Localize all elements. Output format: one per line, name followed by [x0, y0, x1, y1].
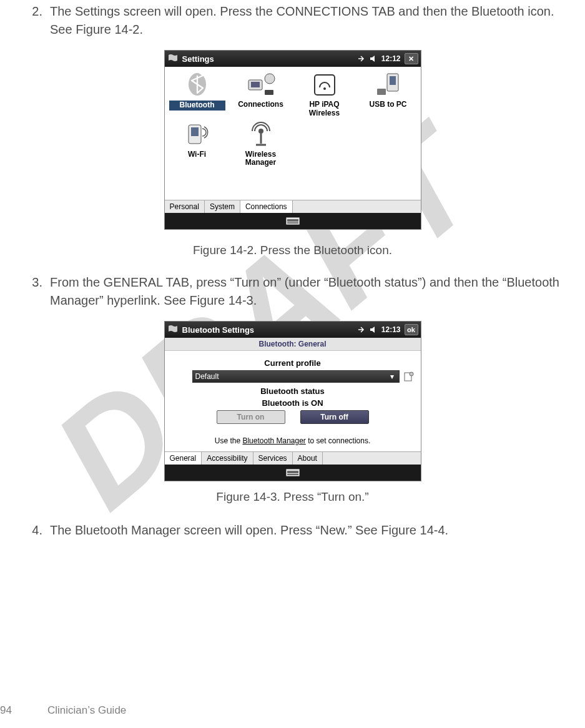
tab-accessibility[interactable]: Accessibility	[202, 452, 253, 465]
tab-services[interactable]: Services	[253, 452, 293, 465]
step-number: 3.	[25, 273, 42, 310]
profile-value: Default	[195, 372, 219, 381]
app-wifi[interactable]: Wi-Fi	[169, 121, 225, 168]
close-button[interactable]: ✕	[405, 53, 418, 64]
bluetooth-status-value: Bluetooth is ON	[171, 398, 415, 408]
volume-icon	[369, 54, 378, 63]
page-footer: 94 Clinician’s Guide	[0, 704, 126, 717]
sync-icon	[356, 325, 365, 334]
tab-about[interactable]: About	[293, 452, 323, 465]
window-title: Settings	[182, 54, 214, 64]
antenna-icon	[247, 121, 275, 147]
settings-window: Settings 12:12 ✕	[164, 50, 421, 230]
volume-icon	[369, 325, 378, 334]
tab-system[interactable]: System	[205, 200, 240, 213]
chevron-down-icon: ▾	[388, 372, 396, 381]
app-ipaq-wireless[interactable]: HP iPAQ Wireless	[297, 71, 353, 118]
figure-caption-14-3: Figure 14-3. Press “Turn on.”	[25, 490, 560, 504]
step-number: 4.	[25, 521, 42, 539]
svg-rect-5	[265, 90, 273, 95]
svg-rect-3	[251, 82, 260, 87]
keyboard-icon[interactable]	[286, 217, 300, 225]
start-flag-icon	[167, 324, 179, 335]
bluetooth-settings-window: Bluetooth Settings 12:13 ok Bluetooth: G…	[164, 321, 421, 481]
svg-rect-10	[377, 89, 386, 95]
svg-point-15	[410, 372, 413, 376]
titlebar: Bluetooth Settings 12:13 ok	[165, 322, 421, 338]
step-number: 2.	[25, 2, 42, 39]
figure-14-3: Bluetooth Settings 12:13 ok Bluetooth: G…	[25, 321, 560, 504]
clock: 12:12	[381, 54, 401, 63]
bluetooth-status-label: Bluetooth status	[171, 386, 415, 396]
profile-dropdown[interactable]: Default ▾	[192, 370, 400, 383]
app-bluetooth[interactable]: Bluetooth	[169, 71, 225, 118]
step-text: From the GENERAL TAB, press “Turn on” (u…	[50, 273, 560, 310]
wireless-box-icon	[311, 71, 338, 97]
step-4: 4. The Bluetooth Manager screen will ope…	[25, 521, 560, 539]
turn-off-button[interactable]: Turn off	[300, 410, 369, 424]
app-wireless-manager[interactable]: Wireless Manager	[233, 121, 289, 168]
connections-icon	[246, 71, 276, 97]
profile-edit-icon[interactable]	[403, 371, 415, 382]
figure-14-2: Settings 12:12 ✕	[25, 50, 560, 257]
svg-point-4	[265, 74, 275, 84]
sync-icon	[356, 54, 365, 63]
figure-caption-14-2: Figure 14-2. Press the Bluetooth icon.	[25, 243, 560, 257]
footer-title: Clinician’s Guide	[47, 704, 126, 717]
panel-header: Bluetooth: General	[165, 338, 421, 351]
current-profile-label: Current profile	[171, 358, 415, 368]
step-2: 2. The Settings screen will open. Press …	[25, 2, 560, 39]
page-number: 94	[0, 704, 22, 717]
tab-personal[interactable]: Personal	[165, 200, 205, 213]
soft-keyboard-bar	[165, 465, 421, 481]
app-connections[interactable]: Connections	[233, 71, 289, 118]
step-text: The Bluetooth Manager screen will open. …	[50, 521, 448, 539]
keyboard-icon[interactable]	[286, 469, 300, 476]
ok-button[interactable]: ok	[405, 324, 418, 335]
wifi-device-icon	[184, 121, 211, 147]
bt-tabs: General Accessibility Services About	[165, 451, 421, 465]
usb-pc-icon	[375, 71, 402, 97]
svg-point-13	[258, 129, 263, 134]
titlebar: Settings 12:12 ✕	[165, 51, 421, 67]
svg-rect-12	[191, 127, 199, 136]
soft-keyboard-bar	[165, 213, 421, 229]
bluetooth-manager-link[interactable]: Bluetooth Manager	[242, 436, 305, 445]
app-usb-to-pc[interactable]: USB to PC	[360, 71, 416, 118]
svg-rect-9	[390, 76, 396, 85]
svg-point-7	[323, 87, 326, 90]
bluetooth-icon	[185, 72, 210, 97]
manager-hint: Use the Bluetooth Manager to set connect…	[165, 431, 421, 451]
step-text: The Settings screen will open. Press the…	[50, 2, 560, 39]
svg-rect-6	[315, 75, 335, 95]
clock: 12:13	[381, 325, 401, 334]
tab-general[interactable]: General	[165, 452, 202, 465]
turn-on-button[interactable]: Turn on	[217, 410, 285, 424]
tab-connections[interactable]: Connections	[240, 200, 293, 213]
step-3: 3. From the GENERAL TAB, press “Turn on”…	[25, 273, 560, 310]
settings-tabs: Personal System Connections	[165, 200, 421, 213]
window-title: Bluetooth Settings	[182, 325, 255, 335]
start-flag-icon	[167, 53, 179, 64]
